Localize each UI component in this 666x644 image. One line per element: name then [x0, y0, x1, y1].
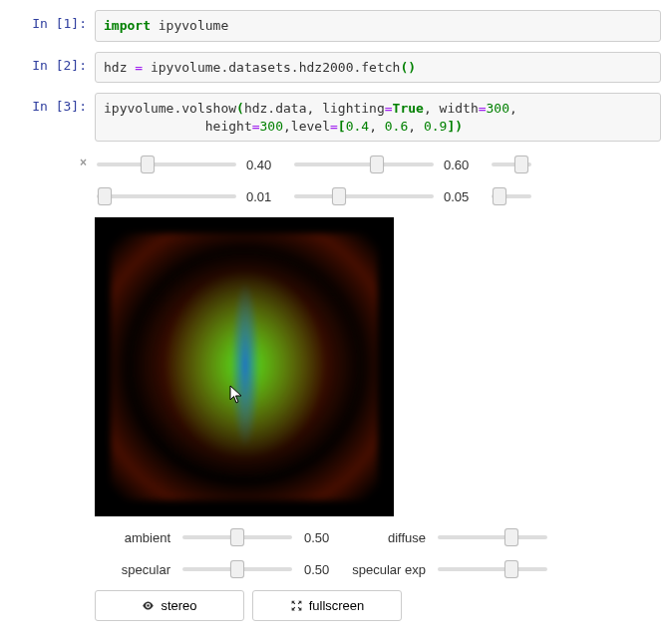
- specular-label: specular: [95, 562, 170, 577]
- syntax-operator: =: [330, 119, 338, 134]
- code-cell-1: In [1]: import ipyvolume: [5, 10, 661, 42]
- code-text: ipyvolume.volshow: [104, 101, 236, 116]
- level-value-1: 0.40: [246, 158, 282, 172]
- stereo-button-label: stereo: [161, 598, 196, 613]
- opacity-value-2: 0.05: [444, 189, 480, 204]
- specular-slider[interactable]: [182, 566, 292, 572]
- code-text: hdz: [104, 60, 135, 75]
- volume-render-viewport[interactable]: [95, 217, 394, 516]
- code-input-2[interactable]: hdz = ipyvolume.datasets.hdz2000.fetch(): [95, 52, 661, 84]
- code-text: ipyvolume.datasets.hdz2000.fetch: [143, 60, 400, 75]
- code-text: ,: [408, 119, 424, 134]
- opacity-slider-3[interactable]: [492, 193, 531, 199]
- syntax-number: 300: [487, 101, 509, 116]
- code-cell-2: In [2]: hdz = ipyvolume.datasets.hdz2000…: [5, 52, 661, 84]
- fullscreen-icon: [290, 599, 303, 612]
- opacity-slider-1[interactable]: [97, 193, 236, 199]
- syntax-operator: =: [385, 101, 393, 116]
- syntax-paren: ): [455, 119, 463, 134]
- code-text: , width: [424, 101, 479, 116]
- code-cell-3: In [3]: ipyvolume.volshow(hdz.data, ligh…: [5, 93, 661, 142]
- svg-point-0: [148, 604, 150, 606]
- syntax-paren: (: [236, 101, 244, 116]
- diffuse-slider[interactable]: [438, 534, 547, 540]
- prompt-in-1: In [1]:: [5, 10, 95, 31]
- opacity-value-1: 0.01: [246, 189, 282, 204]
- syntax-bracket: [: [338, 119, 346, 134]
- code-input-1[interactable]: import ipyvolume: [95, 10, 661, 42]
- opacity-slider-row: 0.01 0.05: [95, 183, 661, 209]
- close-output-button[interactable]: ×: [5, 152, 95, 169]
- syntax-number: 0.4: [346, 119, 369, 134]
- syntax-operator: =: [479, 101, 487, 116]
- level-value-2: 0.60: [444, 158, 480, 172]
- syntax-number: 300: [260, 119, 283, 134]
- lighting-row-1: ambient 0.50 diffuse: [95, 524, 661, 550]
- syntax-number: 0.9: [424, 119, 447, 134]
- syntax-keyword: import: [104, 18, 151, 33]
- syntax-paren: (): [400, 60, 416, 75]
- code-text: ,level: [283, 119, 330, 134]
- prompt-in-2: In [2]:: [5, 52, 95, 73]
- specular-value: 0.50: [304, 562, 340, 577]
- specular-exp-label: specular exp: [350, 562, 426, 577]
- level-slider-2[interactable]: [294, 161, 434, 167]
- widget-output: 0.40 0.60 0.01 0.05: [95, 152, 661, 621]
- code-text: hdz.data, lighting: [244, 101, 385, 116]
- ambient-slider[interactable]: [182, 534, 292, 540]
- level-slider-row-1: 0.40 0.60: [95, 152, 661, 177]
- output-area: × 0.40 0.60 0.01 0.05: [5, 152, 661, 621]
- code-text: ipyvolume: [151, 18, 228, 33]
- button-row: stereo fullscreen: [95, 590, 661, 621]
- code-text: ,: [369, 119, 385, 134]
- fullscreen-button[interactable]: fullscreen: [252, 590, 402, 621]
- opacity-slider-2[interactable]: [294, 193, 434, 199]
- stereo-button[interactable]: stereo: [95, 590, 244, 621]
- level-slider-1[interactable]: [97, 161, 236, 167]
- diffuse-label: diffuse: [350, 530, 426, 545]
- syntax-operator: =: [252, 119, 260, 134]
- prompt-in-3: In [3]:: [5, 93, 95, 114]
- syntax-keyword: True: [393, 101, 424, 116]
- specular-exp-slider[interactable]: [438, 566, 547, 572]
- lighting-row-2: specular 0.50 specular exp: [95, 556, 661, 582]
- render-volume: [119, 239, 372, 490]
- syntax-number: 0.6: [385, 119, 408, 134]
- ambient-label: ambient: [95, 530, 170, 545]
- fullscreen-button-label: fullscreen: [309, 598, 365, 613]
- code-input-3[interactable]: ipyvolume.volshow(hdz.data, lighting=Tru…: [95, 93, 661, 142]
- ambient-value: 0.50: [304, 530, 340, 545]
- eye-icon: [142, 599, 155, 612]
- level-slider-3[interactable]: [492, 161, 531, 167]
- syntax-operator: =: [135, 60, 143, 75]
